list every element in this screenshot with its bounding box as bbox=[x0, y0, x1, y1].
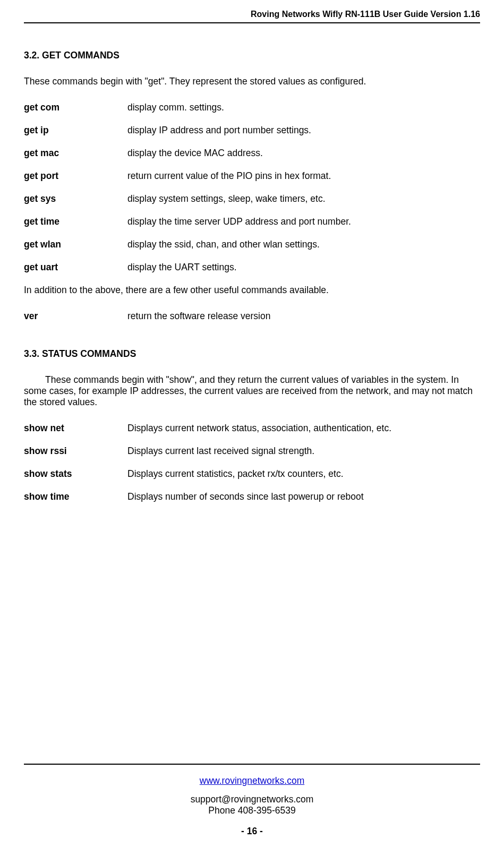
command-row: get mac display the device MAC address. bbox=[24, 148, 480, 159]
command-name: show rssi bbox=[24, 446, 127, 457]
command-row: show net Displays current network status… bbox=[24, 423, 480, 434]
command-row: get port return current value of the PIO… bbox=[24, 170, 480, 182]
command-name: get wlan bbox=[24, 239, 127, 250]
command-name: get uart bbox=[24, 262, 127, 273]
command-row: get uart display the UART settings. bbox=[24, 262, 480, 273]
command-row: get wlan display the ssid, chan, and oth… bbox=[24, 239, 480, 250]
command-desc: display the UART settings. bbox=[127, 262, 480, 273]
command-name: get sys bbox=[24, 193, 127, 204]
command-row: show rssi Displays current last received… bbox=[24, 446, 480, 457]
command-desc: display the ssid, chan, and other wlan s… bbox=[127, 239, 480, 250]
section-heading: 3.3. STATUS COMMANDS bbox=[24, 348, 480, 360]
command-row: get time display the time server UDP add… bbox=[24, 216, 480, 227]
command-name: ver bbox=[24, 311, 127, 322]
command-desc: display comm. settings. bbox=[127, 102, 480, 113]
command-desc: Displays number of seconds since last po… bbox=[127, 491, 480, 502]
section-get-commands: 3.2. GET COMMANDS These commands begin w… bbox=[24, 50, 480, 322]
section-heading: 3.2. GET COMMANDS bbox=[24, 50, 480, 61]
command-name: get com bbox=[24, 102, 127, 113]
command-name: show time bbox=[24, 491, 127, 502]
command-name: get ip bbox=[24, 125, 127, 136]
command-desc: return the software release version bbox=[127, 311, 480, 322]
command-desc: display IP address and port number setti… bbox=[127, 125, 480, 136]
command-name: get port bbox=[24, 170, 127, 182]
section-intro: These commands begin with "show", and th… bbox=[24, 374, 480, 408]
footer-url[interactable]: www.rovingnetworks.com bbox=[200, 775, 304, 786]
command-row: get ip display IP address and port numbe… bbox=[24, 125, 480, 136]
command-desc: Displays current statistics, packet rx/t… bbox=[127, 468, 480, 480]
command-desc: Displays current network status, associa… bbox=[127, 423, 480, 434]
page-number: - 16 - bbox=[24, 826, 480, 837]
command-desc: return current value of the PIO pins in … bbox=[127, 170, 480, 182]
command-desc: display the device MAC address. bbox=[127, 148, 480, 159]
command-desc: display system settings, sleep, wake tim… bbox=[127, 193, 480, 204]
document-footer: www.rovingnetworks.com support@rovingnet… bbox=[24, 764, 480, 837]
command-row: get sys display system settings, sleep, … bbox=[24, 193, 480, 204]
footer-phone: Phone 408-395-6539 bbox=[24, 805, 480, 816]
command-desc: display the time server UDP address and … bbox=[127, 216, 480, 227]
command-name: show net bbox=[24, 423, 127, 434]
command-row: get com display comm. settings. bbox=[24, 102, 480, 113]
document-page: Roving Networks Wifly RN-111B User Guide… bbox=[0, 0, 504, 846]
section-intro: These commands begin with "get". They re… bbox=[24, 76, 480, 87]
command-name: get mac bbox=[24, 148, 127, 159]
header-title: Roving Networks Wifly RN-111B User Guide… bbox=[251, 10, 480, 19]
command-desc: Displays current last received signal st… bbox=[127, 446, 480, 457]
command-name: get time bbox=[24, 216, 127, 227]
command-row: show stats Displays current statistics, … bbox=[24, 468, 480, 480]
section-intro-text: These commands begin with "show", and th… bbox=[24, 374, 473, 407]
footer-spacer bbox=[24, 514, 480, 764]
command-name: show stats bbox=[24, 468, 127, 480]
command-row: show time Displays number of seconds sin… bbox=[24, 491, 480, 502]
document-header: Roving Networks Wifly RN-111B User Guide… bbox=[24, 10, 480, 23]
footer-email: support@rovingnetworks.com bbox=[24, 794, 480, 805]
section-addendum: In addition to the above, there are a fe… bbox=[24, 285, 480, 296]
command-row: ver return the software release version bbox=[24, 311, 480, 322]
section-status-commands: 3.3. STATUS COMMANDS These commands begi… bbox=[24, 348, 480, 502]
footer-contact: support@rovingnetworks.com Phone 408-395… bbox=[24, 794, 480, 816]
